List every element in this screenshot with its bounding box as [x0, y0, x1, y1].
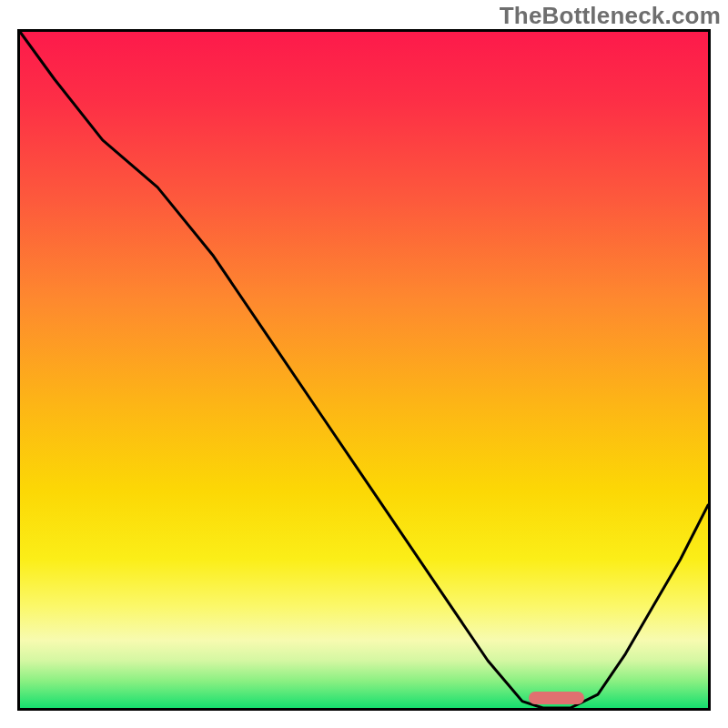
minimum-flat-marker — [529, 692, 583, 704]
bottleneck-curve — [20, 32, 708, 708]
watermark-text: TheBottleneck.com — [500, 2, 721, 30]
chart-root: TheBottleneck.com — [0, 0, 728, 728]
plot-area — [17, 29, 711, 711]
